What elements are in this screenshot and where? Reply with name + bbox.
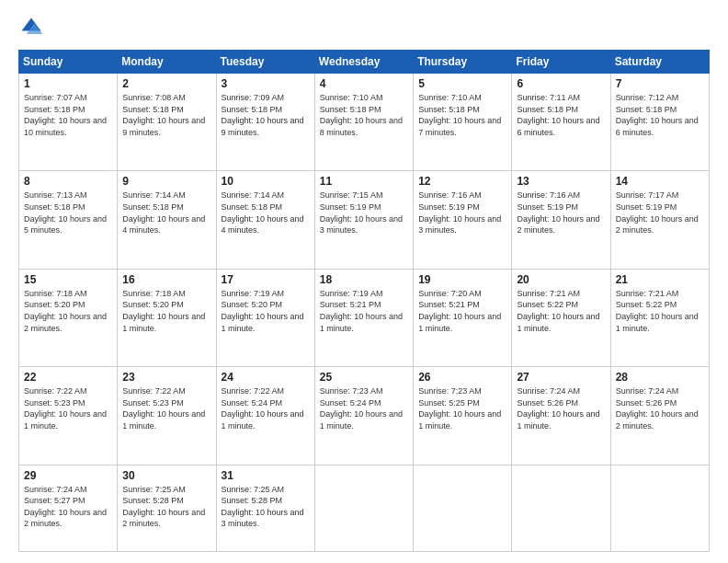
calendar-day: 30Sunrise: 7:25 AMSunset: 5:28 PMDayligh… — [118, 465, 216, 551]
logo — [18, 15, 48, 40]
day-info: Sunrise: 7:18 AMSunset: 5:20 PMDaylight:… — [24, 288, 112, 334]
calendar-day: 7Sunrise: 7:12 AMSunset: 5:18 PMDaylight… — [610, 74, 709, 171]
calendar-day: 2Sunrise: 7:08 AMSunset: 5:18 PMDaylight… — [118, 74, 216, 171]
day-of-week-header: Tuesday — [216, 51, 314, 74]
day-number: 16 — [122, 273, 210, 286]
calendar-day — [414, 465, 512, 551]
day-number: 17 — [222, 273, 310, 286]
day-info: Sunrise: 7:10 AMSunset: 5:18 PMDaylight:… — [418, 92, 506, 138]
day-number: 19 — [418, 273, 506, 286]
day-info: Sunrise: 7:18 AMSunset: 5:20 PMDaylight:… — [122, 288, 210, 334]
day-info: Sunrise: 7:09 AMSunset: 5:18 PMDaylight:… — [222, 92, 310, 138]
calendar-day: 29Sunrise: 7:24 AMSunset: 5:27 PMDayligh… — [19, 465, 118, 551]
calendar-table: SundayMondayTuesdayWednesdayThursdayFrid… — [18, 50, 710, 552]
calendar-day: 19Sunrise: 7:20 AMSunset: 5:21 PMDayligh… — [414, 269, 512, 366]
day-info: Sunrise: 7:21 AMSunset: 5:22 PMDaylight:… — [616, 288, 704, 334]
calendar-day: 10Sunrise: 7:14 AMSunset: 5:18 PMDayligh… — [216, 171, 314, 269]
day-number: 10 — [222, 175, 310, 188]
page: SundayMondayTuesdayWednesdayThursdayFrid… — [0, 0, 728, 563]
day-info: Sunrise: 7:25 AMSunset: 5:28 PMDaylight:… — [122, 484, 210, 530]
day-number: 28 — [616, 371, 704, 384]
day-info: Sunrise: 7:22 AMSunset: 5:24 PMDaylight:… — [222, 385, 310, 431]
calendar-day — [314, 465, 413, 551]
day-number: 27 — [517, 371, 605, 384]
day-number: 12 — [418, 175, 506, 188]
calendar-day — [512, 465, 610, 551]
day-number: 6 — [517, 77, 605, 90]
day-info: Sunrise: 7:13 AMSunset: 5:18 PMDaylight:… — [24, 190, 112, 236]
day-info: Sunrise: 7:23 AMSunset: 5:24 PMDaylight:… — [320, 385, 408, 431]
calendar-day: 17Sunrise: 7:19 AMSunset: 5:20 PMDayligh… — [216, 269, 314, 366]
day-info: Sunrise: 7:16 AMSunset: 5:19 PMDaylight:… — [418, 190, 506, 236]
calendar-day: 3Sunrise: 7:09 AMSunset: 5:18 PMDaylight… — [216, 74, 314, 171]
calendar-header-row: SundayMondayTuesdayWednesdayThursdayFrid… — [19, 51, 710, 74]
calendar-day: 21Sunrise: 7:21 AMSunset: 5:22 PMDayligh… — [610, 269, 709, 366]
calendar-day: 12Sunrise: 7:16 AMSunset: 5:19 PMDayligh… — [414, 171, 512, 269]
day-of-week-header: Wednesday — [314, 51, 413, 74]
calendar-day: 23Sunrise: 7:22 AMSunset: 5:23 PMDayligh… — [118, 367, 216, 465]
day-number: 4 — [320, 77, 408, 90]
day-info: Sunrise: 7:11 AMSunset: 5:18 PMDaylight:… — [517, 92, 605, 138]
day-of-week-header: Thursday — [414, 51, 512, 74]
day-info: Sunrise: 7:21 AMSunset: 5:22 PMDaylight:… — [517, 288, 605, 334]
day-of-week-header: Friday — [512, 51, 610, 74]
day-number: 15 — [24, 273, 112, 286]
day-info: Sunrise: 7:17 AMSunset: 5:19 PMDaylight:… — [616, 190, 704, 236]
calendar-week-row: 22Sunrise: 7:22 AMSunset: 5:23 PMDayligh… — [19, 367, 710, 465]
day-number: 18 — [320, 273, 408, 286]
calendar-day: 20Sunrise: 7:21 AMSunset: 5:22 PMDayligh… — [512, 269, 610, 366]
day-info: Sunrise: 7:22 AMSunset: 5:23 PMDaylight:… — [24, 385, 112, 431]
calendar-day: 22Sunrise: 7:22 AMSunset: 5:23 PMDayligh… — [19, 367, 118, 465]
calendar-day: 1Sunrise: 7:07 AMSunset: 5:18 PMDaylight… — [19, 74, 118, 171]
logo-icon — [18, 15, 44, 40]
calendar-day: 18Sunrise: 7:19 AMSunset: 5:21 PMDayligh… — [314, 269, 413, 366]
calendar-day: 4Sunrise: 7:10 AMSunset: 5:18 PMDaylight… — [314, 74, 413, 171]
calendar-day: 25Sunrise: 7:23 AMSunset: 5:24 PMDayligh… — [314, 367, 413, 465]
calendar-week-row: 1Sunrise: 7:07 AMSunset: 5:18 PMDaylight… — [19, 74, 710, 171]
day-info: Sunrise: 7:25 AMSunset: 5:28 PMDaylight:… — [222, 484, 310, 530]
day-number: 9 — [122, 175, 210, 188]
header — [18, 15, 710, 40]
day-number: 21 — [616, 273, 704, 286]
calendar-day: 15Sunrise: 7:18 AMSunset: 5:20 PMDayligh… — [19, 269, 118, 366]
calendar-day: 16Sunrise: 7:18 AMSunset: 5:20 PMDayligh… — [118, 269, 216, 366]
day-info: Sunrise: 7:19 AMSunset: 5:20 PMDaylight:… — [222, 288, 310, 334]
day-number: 26 — [418, 371, 506, 384]
day-number: 3 — [222, 77, 310, 90]
day-info: Sunrise: 7:23 AMSunset: 5:25 PMDaylight:… — [418, 385, 506, 431]
day-info: Sunrise: 7:08 AMSunset: 5:18 PMDaylight:… — [122, 92, 210, 138]
day-number: 11 — [320, 175, 408, 188]
day-info: Sunrise: 7:10 AMSunset: 5:18 PMDaylight:… — [320, 92, 408, 138]
day-info: Sunrise: 7:12 AMSunset: 5:18 PMDaylight:… — [616, 92, 704, 138]
calendar-week-row: 8Sunrise: 7:13 AMSunset: 5:18 PMDaylight… — [19, 171, 710, 269]
day-info: Sunrise: 7:07 AMSunset: 5:18 PMDaylight:… — [24, 92, 112, 138]
calendar-day: 6Sunrise: 7:11 AMSunset: 5:18 PMDaylight… — [512, 74, 610, 171]
day-number: 31 — [222, 469, 310, 482]
calendar-day — [610, 465, 709, 551]
calendar-day: 27Sunrise: 7:24 AMSunset: 5:26 PMDayligh… — [512, 367, 610, 465]
day-info: Sunrise: 7:20 AMSunset: 5:21 PMDaylight:… — [418, 288, 506, 334]
calendar-day: 8Sunrise: 7:13 AMSunset: 5:18 PMDaylight… — [19, 171, 118, 269]
day-number: 23 — [122, 371, 210, 384]
calendar-day: 9Sunrise: 7:14 AMSunset: 5:18 PMDaylight… — [118, 171, 216, 269]
day-info: Sunrise: 7:22 AMSunset: 5:23 PMDaylight:… — [122, 385, 210, 431]
day-info: Sunrise: 7:24 AMSunset: 5:26 PMDaylight:… — [517, 385, 605, 431]
calendar-day: 28Sunrise: 7:24 AMSunset: 5:26 PMDayligh… — [610, 367, 709, 465]
day-number: 1 — [24, 77, 112, 90]
calendar-week-row: 15Sunrise: 7:18 AMSunset: 5:20 PMDayligh… — [19, 269, 710, 366]
day-of-week-header: Monday — [118, 51, 216, 74]
day-number: 13 — [517, 175, 605, 188]
day-info: Sunrise: 7:24 AMSunset: 5:27 PMDaylight:… — [24, 484, 112, 530]
day-of-week-header: Saturday — [610, 51, 709, 74]
calendar-day: 14Sunrise: 7:17 AMSunset: 5:19 PMDayligh… — [610, 171, 709, 269]
day-number: 7 — [616, 77, 704, 90]
day-info: Sunrise: 7:16 AMSunset: 5:19 PMDaylight:… — [517, 190, 605, 236]
day-number: 25 — [320, 371, 408, 384]
day-number: 2 — [122, 77, 210, 90]
calendar-day: 11Sunrise: 7:15 AMSunset: 5:19 PMDayligh… — [314, 171, 413, 269]
day-info: Sunrise: 7:24 AMSunset: 5:26 PMDaylight:… — [616, 385, 704, 431]
day-number: 20 — [517, 273, 605, 286]
day-number: 22 — [24, 371, 112, 384]
day-info: Sunrise: 7:14 AMSunset: 5:18 PMDaylight:… — [122, 190, 210, 236]
calendar-day: 5Sunrise: 7:10 AMSunset: 5:18 PMDaylight… — [414, 74, 512, 171]
